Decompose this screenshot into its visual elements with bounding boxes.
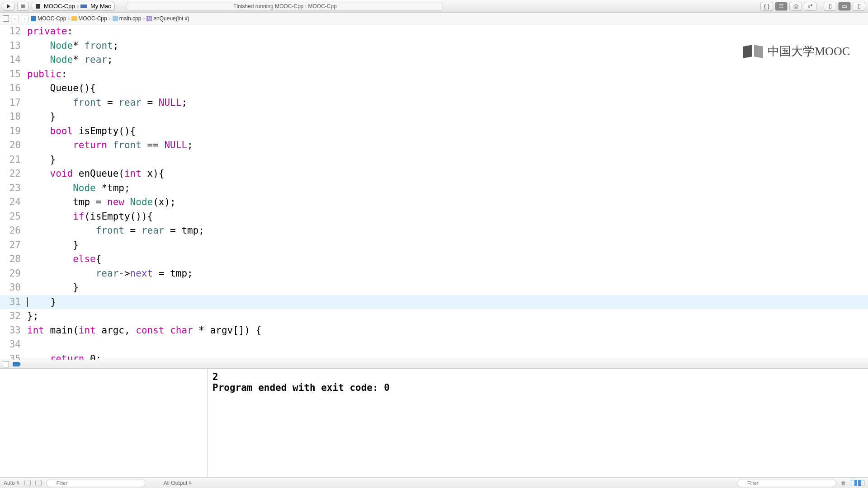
code-line[interactable]: 29 rear->next = tmp; [0, 267, 868, 281]
toggle-debug-area-button[interactable]: ▭ [838, 2, 851, 11]
line-content: Node* front; [27, 39, 868, 53]
output-mode-label: All Output [164, 480, 188, 486]
variables-scope-label: Auto [4, 480, 15, 486]
clear-console-button[interactable]: 🗑 [841, 480, 846, 486]
code-line[interactable]: 13 Node* front; [0, 39, 868, 53]
breadcrumb-symbol-label: enQueue(int x) [153, 15, 189, 22]
variables-filter-input[interactable] [46, 479, 146, 487]
related-items-icon[interactable] [3, 15, 9, 22]
code-line[interactable]: 23 Node *tmp; [0, 181, 868, 196]
code-line[interactable]: 34 [0, 338, 868, 352]
code-line[interactable]: 28 else{ [0, 252, 868, 267]
toggle-variables-pane-button[interactable] [851, 480, 857, 486]
console-line-1: 2 [212, 371, 218, 382]
code-line[interactable]: 33int main(int argc, const char * argv[]… [0, 324, 868, 338]
run-button[interactable] [3, 2, 14, 11]
code-line[interactable]: 31 } [0, 295, 868, 310]
breadcrumb-symbol[interactable]: MenQueue(int x) [146, 15, 189, 22]
line-content: Node *tmp; [27, 181, 868, 196]
breadcrumb-project[interactable]: MOOC-Cpp [31, 15, 66, 22]
back-button[interactable]: ‹ [11, 15, 19, 22]
stop-icon [21, 5, 25, 8]
code-line[interactable]: 15public: [0, 67, 868, 82]
line-content: } [27, 281, 868, 295]
line-number: 17 [0, 96, 27, 110]
line-number: 28 [0, 252, 27, 267]
project-icon [31, 16, 36, 21]
line-content: front = rear = tmp; [27, 224, 868, 238]
line-content: rear->next = tmp; [27, 267, 868, 281]
code-line[interactable]: 32}; [0, 309, 868, 324]
code-snippets-button[interactable]: { } [760, 2, 773, 11]
line-number: 35 [0, 352, 27, 360]
line-content: }; [27, 309, 868, 324]
breakpoint-indicator-icon[interactable] [13, 362, 21, 366]
forward-button[interactable]: › [21, 15, 29, 22]
scheme-selector[interactable]: MOOC-Cpp › My Mac [32, 2, 115, 11]
breadcrumb-separator: › [143, 15, 145, 22]
code-line[interactable]: 12private: [0, 24, 868, 39]
breadcrumb-file-label: main.cpp [119, 15, 142, 22]
toggle-console-pane-button[interactable] [858, 480, 864, 486]
line-content: Node* rear; [27, 53, 868, 67]
line-number: 14 [0, 53, 27, 67]
panel-toggle-group [851, 480, 864, 486]
jump-bar: ‹ › MOOC-Cpp › MOOC-Cpp › main.cpp › Men… [0, 13, 868, 24]
line-number: 25 [0, 210, 27, 224]
console-filter-input[interactable] [737, 479, 836, 487]
variables-pane[interactable] [0, 369, 208, 477]
line-number: 12 [0, 24, 27, 39]
version-editor-button[interactable]: ⇄ [804, 2, 816, 11]
standard-editor-button[interactable]: ☰ [775, 2, 788, 11]
output-mode-dropdown[interactable]: All Output⇅ [164, 480, 193, 486]
line-content: } [27, 153, 868, 167]
breadcrumb-separator: › [109, 15, 111, 22]
toggle-inspector-button[interactable]: ▯ [853, 2, 865, 11]
code-line[interactable]: 22 void enQueue(int x){ [0, 167, 868, 181]
line-number: 16 [0, 81, 27, 96]
line-number: 21 [0, 153, 27, 167]
chevron-right-icon: › [77, 3, 79, 9]
toggle-console-icon[interactable] [3, 361, 9, 367]
line-content: int main(int argc, const char * argv[]) … [27, 324, 868, 338]
breadcrumb-file[interactable]: main.cpp [113, 15, 142, 22]
scheme-name: MOOC-Cpp [44, 3, 75, 9]
line-content: public: [27, 67, 868, 82]
line-number: 18 [0, 110, 27, 124]
updown-arrows-icon: ⇅ [16, 481, 20, 485]
code-line[interactable]: 19 bool isEmpty(){ [0, 124, 868, 139]
code-line[interactable]: 17 front = rear = NULL; [0, 96, 868, 110]
variables-filter-wrap [46, 479, 146, 487]
line-content: } [27, 238, 868, 253]
toggle-navigator-button[interactable]: ▯ [824, 2, 836, 11]
scheme-icon [36, 4, 40, 9]
code-line[interactable]: 14 Node* rear; [0, 53, 868, 67]
code-line[interactable]: 26 front = rear = tmp; [0, 224, 868, 238]
variables-scope-dropdown[interactable]: Auto⇅ [4, 480, 20, 486]
code-line[interactable]: 35 return 0; [0, 352, 868, 360]
code-line[interactable]: 30 } [0, 281, 868, 295]
console-output[interactable]: 2 Program ended with exit code: 0 [208, 369, 868, 477]
print-description-icon[interactable] [35, 480, 42, 486]
code-line[interactable]: 27 } [0, 238, 868, 253]
line-number: 20 [0, 138, 27, 153]
code-line[interactable]: 18 } [0, 110, 868, 124]
code-line[interactable]: 21 } [0, 153, 868, 167]
quicklook-icon[interactable] [24, 480, 31, 486]
code-editor[interactable]: 中国大学MOOC 12private:13 Node* front;14 Nod… [0, 24, 868, 360]
line-number: 31 [0, 295, 27, 310]
toolbar-right-group: { } ☰ ◎ ⇄ ▯ ▭ ▯ [760, 2, 865, 11]
line-number: 24 [0, 195, 27, 210]
line-number: 22 [0, 167, 27, 181]
line-number: 34 [0, 338, 27, 352]
play-icon [7, 4, 10, 9]
code-line[interactable]: 25 if(isEmpty()){ [0, 210, 868, 224]
line-number: 15 [0, 67, 27, 82]
code-line[interactable]: 16 Queue(){ [0, 81, 868, 96]
breadcrumb-folder[interactable]: MOOC-Cpp [71, 15, 107, 22]
stop-button[interactable] [17, 2, 29, 11]
status-text: Finished running MOOC-Cpp : MOOC-Cpp [233, 3, 337, 9]
code-line[interactable]: 24 tmp = new Node(x); [0, 195, 868, 210]
assistant-editor-button[interactable]: ◎ [789, 2, 802, 11]
code-line[interactable]: 20 return front == NULL; [0, 138, 868, 153]
